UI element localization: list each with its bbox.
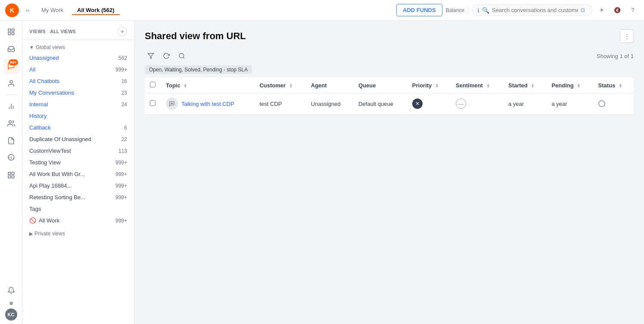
conversations-table: Topic ⇕ Customer ⇕ Agent Queue [145, 77, 634, 114]
filter-button[interactable] [145, 50, 157, 62]
tab-all-work[interactable]: All Work (562) [72, 5, 119, 15]
views-header: VIEWS ALL VIEWS + [22, 21, 134, 40]
sidebar-item-internal[interactable]: Internal 24 [22, 99, 134, 110]
sidebar-item-unassigned[interactable]: Unassigned 562 [22, 52, 134, 64]
sidebar-item-history[interactable]: History [22, 110, 134, 122]
col-header-priority[interactable]: Priority ⇕ [407, 77, 451, 93]
col-header-status[interactable]: Status ⇕ [593, 77, 634, 93]
table-container: Topic ⇕ Customer ⇕ Agent Queue [134, 77, 644, 324]
help-icon[interactable]: ? [627, 4, 639, 16]
global-views-label: Global views [36, 44, 65, 50]
sidebar-icon-notes[interactable] [3, 133, 19, 148]
col-header-started[interactable]: Started ⇕ [503, 77, 546, 93]
svg-rect-3 [8, 33, 10, 35]
sidebar-icon-dashboard[interactable] [3, 24, 19, 40]
private-views-section[interactable]: ▶ Private views [22, 226, 134, 238]
svg-point-14 [179, 53, 184, 58]
view-count-internal: 24 [121, 102, 127, 108]
view-label-unassigned: Unassigned [29, 55, 59, 61]
sidebar-item-api-play[interactable]: Api Play 16884... 999+ [22, 180, 134, 191]
view-count-all-chatbots: 16 [121, 78, 127, 84]
view-count-duplicate-unassigned: 22 [121, 136, 127, 142]
sun-icon[interactable]: ☀ [596, 4, 608, 16]
nav-expand-button[interactable]: ›› [22, 5, 33, 15]
views-sidebar: VIEWS ALL VIEWS + ▼ Global views Unassig… [22, 21, 134, 324]
svg-rect-9 [8, 172, 10, 174]
customer-sort-icon: ⇕ [289, 83, 292, 88]
global-views-section[interactable]: ▼ Global views [22, 40, 134, 52]
sidebar-item-callback[interactable]: Callback 6 [22, 122, 134, 133]
col-header-customer[interactable]: Customer ⇕ [254, 77, 305, 93]
row-priority-cell: ✕ [407, 93, 451, 114]
col-header-agent[interactable]: Agent [306, 77, 353, 93]
nav-icon-group: ☀ 🔇 ? [596, 4, 639, 16]
balance-label: Balance [446, 7, 464, 13]
nav-divider [468, 5, 468, 15]
sidebar-icon-contacts[interactable] [3, 76, 19, 91]
mute-icon[interactable]: 🔇 [611, 4, 623, 16]
search-button[interactable] [176, 50, 188, 62]
col-header-queue[interactable]: Queue [353, 77, 407, 93]
row-checkbox-cell[interactable] [145, 93, 161, 114]
sidebar-icon-reports[interactable] [3, 99, 19, 114]
sidebar-icon-conversations[interactable]: 99+ [3, 59, 19, 74]
view-count-unassigned: 562 [118, 55, 127, 61]
filter-icon[interactable]: ⧉ [581, 6, 585, 14]
svg-rect-12 [8, 176, 10, 178]
sidebar-item-tags[interactable]: Tags [22, 203, 134, 215]
sidebar-item-all-work-blocked[interactable]: 🚫 All Work 999+ [22, 215, 134, 226]
row-queue-cell: Default queue [353, 93, 407, 114]
sidebar-icon-history[interactable] [3, 150, 19, 166]
sidebar-icon-grid[interactable] [3, 167, 19, 183]
views-title: VIEWS [29, 29, 46, 34]
content-menu-button[interactable]: ⋮ [620, 29, 634, 43]
row-checkbox[interactable] [150, 100, 156, 106]
view-label-all-chatbots: All Chatbots [29, 78, 59, 84]
col-header-pending[interactable]: Pending ⇕ [546, 77, 593, 93]
user-avatar[interactable]: KC [5, 309, 17, 321]
sidebar-icon-notifications[interactable] [3, 283, 19, 298]
all-views-label[interactable]: ALL VIEWS [50, 29, 76, 34]
col-header-topic[interactable]: Topic ⇕ [161, 77, 254, 93]
view-label-duplicate-unassigned: Duplicate Of Unassigned [29, 136, 91, 142]
select-all-checkbox[interactable] [150, 82, 156, 87]
view-count-all-work-but: 999+ [115, 171, 127, 177]
sidebar-divider-1 [5, 95, 17, 95]
view-label-tags: Tags [29, 206, 41, 212]
refresh-button[interactable] [160, 50, 172, 62]
add-view-button[interactable]: + [118, 27, 127, 36]
view-label-api-play: Api Play 16884... [29, 182, 72, 189]
sidebar-item-retesting[interactable]: Retesting Sorting Be... 999+ [22, 191, 134, 203]
conversation-link[interactable]: Talking with test CDP [181, 101, 234, 107]
svg-rect-11 [12, 176, 14, 178]
sidebar-item-testing-view[interactable]: Testing View 999+ [22, 157, 134, 168]
sidebar-icon-teams[interactable] [3, 116, 19, 131]
view-label-all-work-blocked: All Work [39, 217, 59, 224]
add-funds-button[interactable]: ADD FUNDS [396, 4, 442, 16]
sidebar-item-all[interactable]: All 999+ [22, 64, 134, 75]
search-bar[interactable]: ℹ 🔍 ⧉ [472, 4, 592, 16]
tab-my-work[interactable]: My Work [36, 5, 68, 15]
filter-tag[interactable]: Open, Waiting, Solved, Pending - stop SL… [145, 65, 252, 74]
online-status-dot [9, 302, 13, 305]
sidebar-item-all-work-but[interactable]: All Work But With Gr... 999+ [22, 168, 134, 180]
sidebar-icon-inbox[interactable] [3, 41, 19, 57]
app-logo[interactable]: K [5, 3, 19, 17]
row-agent-cell: Unassigned [306, 93, 353, 114]
row-pending-cell: a year [546, 93, 593, 114]
sentiment-sort-icon: ⇕ [486, 83, 490, 88]
search-input[interactable] [492, 7, 578, 13]
status-sort-icon: ⇕ [619, 83, 622, 88]
table-row[interactable]: Talking with test CDP test CDP Unassigne… [145, 93, 634, 114]
page-title: Shared view from URL [145, 31, 246, 42]
col-header-sentiment[interactable]: Sentiment ⇕ [451, 77, 503, 93]
conversation-icon [166, 98, 178, 110]
sidebar-item-all-chatbots[interactable]: All Chatbots 16 [22, 75, 134, 87]
view-label-my-conversations: My Conversations [29, 89, 74, 96]
info-icon[interactable]: ℹ [477, 7, 479, 14]
sidebar-item-custom-view-test[interactable]: CustomViewTest 113 [22, 145, 134, 157]
select-all-header[interactable] [145, 77, 161, 93]
sidebar-item-duplicate-unassigned[interactable]: Duplicate Of Unassigned 22 [22, 133, 134, 145]
icon-sidebar: 99+ KC [0, 21, 22, 324]
sidebar-item-my-conversations[interactable]: My Conversations 23 [22, 87, 134, 99]
